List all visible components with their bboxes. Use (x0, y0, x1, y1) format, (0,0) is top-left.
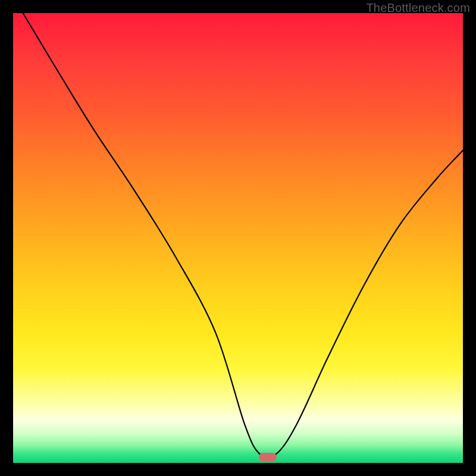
attribution-text: TheBottleneck.com (366, 1, 470, 15)
chart-frame: TheBottleneck.com (0, 0, 476, 476)
optimal-marker (259, 453, 277, 462)
curve-path (23, 13, 463, 458)
chart-plot-area (13, 13, 463, 463)
bottleneck-curve (13, 13, 463, 463)
